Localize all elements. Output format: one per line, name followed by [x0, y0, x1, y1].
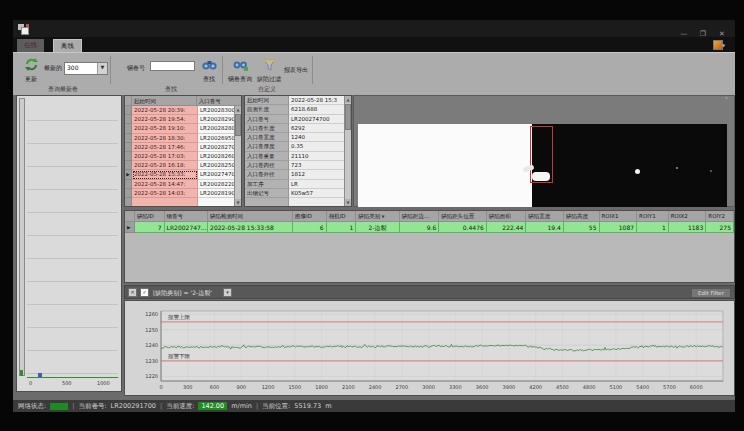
- coil-map-defect-marker[interactable]: [38, 373, 42, 377]
- table-column-header[interactable]: 钢卷号: [165, 211, 209, 222]
- column-header-entry-coil[interactable]: 入口卷号: [197, 96, 241, 106]
- coil-list-scrollbar[interactable]: ▲ ▼: [234, 106, 241, 206]
- table-cell: 1: [327, 222, 357, 233]
- property-row[interactable]: 入口卷宽度1240: [245, 133, 351, 142]
- table-cell: 222.44: [487, 222, 527, 233]
- svg-text:1230: 1230: [145, 358, 158, 364]
- property-row[interactable]: 出钢记号K05w57: [245, 189, 351, 198]
- svg-text:1500: 1500: [288, 384, 301, 390]
- table-column-header[interactable]: 图像ID: [293, 211, 327, 222]
- filter-enabled-checkbox[interactable]: ✓: [140, 288, 149, 297]
- svg-text:报警上限: 报警上限: [168, 314, 191, 320]
- defect-table: 缺陷ID钢卷号缺陷检测时间图像ID相机ID缺陷类别 ▼缺陷距边...缺陷距头位置…: [124, 210, 735, 283]
- svg-text:6000: 6000: [690, 384, 703, 390]
- coil-no-input[interactable]: [150, 61, 195, 71]
- svg-text:0: 0: [159, 384, 162, 390]
- list-item[interactable]: 2022-05-28 14:03:LR200281900: [125, 189, 241, 198]
- style-selector-icon[interactable]: ▼: [713, 40, 727, 50]
- defect-image-panel: ˄: [353, 95, 735, 207]
- row-indicator: [125, 198, 132, 207]
- list-item[interactable]: 2022-05-28 20:39:LR200283000: [125, 106, 241, 115]
- filter-dropdown-icon[interactable]: ▾: [223, 288, 232, 297]
- table-column-header[interactable]: 缺陷距边...: [400, 211, 440, 222]
- property-row[interactable]: 加工序LR: [245, 180, 351, 189]
- scroll-down-icon[interactable]: ▼: [235, 199, 241, 206]
- coil-query-icon: [233, 59, 248, 71]
- table-column-header[interactable]: 缺陷面积: [487, 211, 527, 222]
- svg-text:3300: 3300: [449, 384, 462, 390]
- start-time-cell: 2022-05-28 20:39:: [132, 106, 198, 115]
- table-column-header[interactable]: 缺陷类别 ▼: [356, 211, 400, 222]
- scroll-up-icon[interactable]: ▲: [345, 96, 351, 103]
- scroll-down-icon[interactable]: ▼: [345, 199, 351, 206]
- filter-close-icon[interactable]: ✕: [128, 288, 137, 297]
- refresh-button[interactable]: 更新: [20, 56, 42, 86]
- property-label: 入口卷长度: [245, 124, 289, 133]
- property-value: 21110: [289, 152, 344, 161]
- svg-text:5400: 5400: [636, 384, 649, 390]
- property-row[interactable]: 自测长度6218.688: [245, 105, 351, 114]
- row-indicator: ▶: [125, 222, 135, 233]
- column-filter-icon[interactable]: ▼: [380, 214, 384, 219]
- table-cell: 19.4: [526, 222, 564, 233]
- list-item[interactable]: 2022-05-28 14:47:LR200282200: [125, 180, 241, 189]
- table-column-header[interactable]: ROIX2: [669, 211, 707, 222]
- property-row[interactable]: 入口卷重量21110: [245, 152, 351, 161]
- refresh-icon: [24, 58, 39, 71]
- tab-online[interactable]: 在线: [17, 39, 44, 52]
- property-row[interactable]: 入口卷厚度0.35: [245, 142, 351, 151]
- list-item[interactable]: 2022-05-28 17:03:LR200282600: [125, 152, 241, 161]
- table-column-header[interactable]: 相机ID: [327, 211, 357, 222]
- defect-filter-button[interactable]: 缺陷过滤: [255, 56, 283, 86]
- table-cell: 2022-05-28 15:33:58: [208, 222, 293, 233]
- report-export-button[interactable]: 报表导出: [284, 66, 308, 75]
- coil-no-cell: LR200283000: [198, 106, 236, 115]
- list-item[interactable]: 2022-05-28 17:46:LR200282700: [125, 143, 241, 152]
- coil-defect-map[interactable]: 05001000: [16, 95, 122, 392]
- latest-count-combo[interactable]: 300 ▼: [64, 62, 108, 75]
- scroll-thumb[interactable]: [235, 114, 241, 136]
- property-row[interactable]: 入口卷号LR200274700: [245, 115, 351, 124]
- table-cell: LR2002747...: [165, 222, 208, 233]
- group-separator: [110, 56, 111, 84]
- table-column-header[interactable]: 缺陷ID: [135, 211, 165, 222]
- svg-text:4500: 4500: [556, 384, 569, 390]
- table-column-header[interactable]: 缺陷距头位置: [439, 211, 486, 222]
- property-row[interactable]: [245, 198, 351, 207]
- property-row[interactable]: 起始时间2022-05-28 15:3: [245, 96, 351, 105]
- tab-offline[interactable]: 离线: [53, 39, 82, 53]
- list-item[interactable]: 2022-05-28 19:10:LR200282800: [125, 124, 241, 133]
- find-button[interactable]: 查找: [199, 56, 219, 86]
- list-item[interactable]: 2022-05-28 16:18:LR200282500: [125, 161, 241, 170]
- collapse-panel-icon[interactable]: ˄: [725, 96, 728, 103]
- filter-expression[interactable]: [缺陷类别] = '2-边裂': [153, 289, 212, 298]
- combo-arrow-icon[interactable]: ▼: [97, 63, 107, 74]
- properties-scrollbar[interactable]: ▲ ▼: [344, 96, 351, 206]
- list-item[interactable]: 2022-05-28 18:30:LR200269500: [125, 134, 241, 143]
- table-column-header[interactable]: 缺陷高度: [564, 211, 600, 222]
- table-row[interactable]: ▶7LR2002747...2022-05-28 15:33:58612-边裂9…: [125, 222, 734, 233]
- table-column-header[interactable]: 缺陷宽度: [526, 211, 564, 222]
- coil-no-cell: LR200282200: [198, 180, 236, 189]
- property-row[interactable]: 入口卷内径723: [245, 161, 351, 170]
- property-value: 1240: [289, 133, 344, 142]
- coil-query-button[interactable]: 钢卷查询: [226, 56, 254, 86]
- list-item[interactable]: [125, 198, 241, 207]
- start-time-cell: [132, 198, 198, 207]
- property-label: 入口卷外径: [245, 170, 289, 179]
- scroll-thumb[interactable]: [345, 104, 351, 130]
- table-column-header[interactable]: ROIY2: [706, 211, 734, 222]
- table-column-header[interactable]: 缺陷检测时间: [208, 211, 293, 222]
- table-column-header[interactable]: ROIX1: [600, 211, 638, 222]
- edit-filter-button[interactable]: Edit Filter: [691, 288, 731, 298]
- network-status-indicator: [50, 403, 68, 410]
- property-label: 入口卷内径: [245, 161, 289, 170]
- column-header-start-time[interactable]: 起始时间: [132, 96, 197, 106]
- list-item[interactable]: ▶2022-05-28 15:33:LR200274700: [125, 170, 241, 179]
- property-row[interactable]: 入口卷长度6292: [245, 124, 351, 133]
- scroll-up-icon[interactable]: ▲: [235, 106, 241, 113]
- table-column-header[interactable]: ROIY1: [637, 211, 669, 222]
- list-item[interactable]: 2022-05-28 19:54:LR200282900: [125, 115, 241, 124]
- property-row[interactable]: 入口卷外径1812: [245, 170, 351, 179]
- defect-image[interactable]: [358, 124, 727, 207]
